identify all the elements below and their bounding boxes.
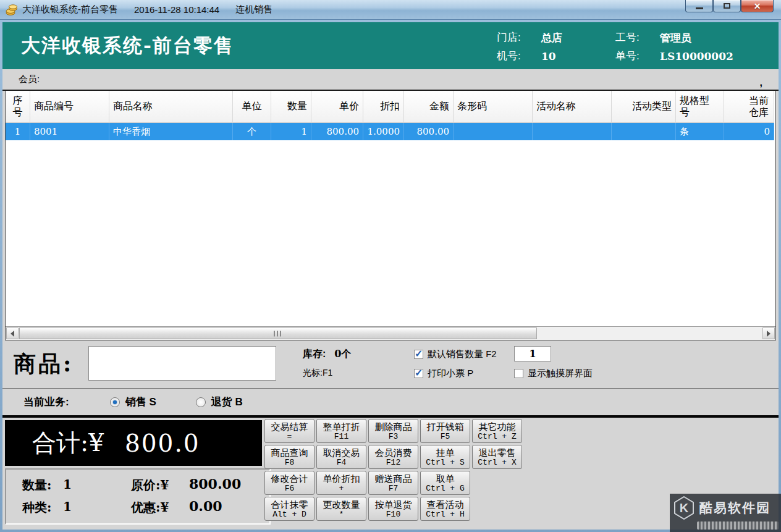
watermark-k-logo-icon: K xyxy=(673,496,694,520)
cell-activity-type xyxy=(612,123,676,140)
touch-ui-option[interactable]: 显示触摸屏界面 xyxy=(514,368,593,379)
kind-label: 种类: xyxy=(22,499,51,516)
operator-label: 工号: xyxy=(615,28,660,47)
discount-label: 优惠:¥ xyxy=(131,499,169,516)
col-spec: 规格型号 xyxy=(680,95,711,118)
coins-icon xyxy=(6,4,18,16)
business-label: 当前业务: xyxy=(23,395,69,409)
exit-retail-button[interactable]: 退出零售Ctrl + X xyxy=(472,445,522,469)
col-warehouse: 当前仓库 xyxy=(749,95,770,118)
whole-order-discount-button[interactable]: 整单打折F11 xyxy=(316,419,366,443)
scrollbar-grip-icon xyxy=(274,331,282,336)
modify-total-button[interactable]: 修改合计F6 xyxy=(264,471,315,495)
col-unit: 单位 xyxy=(242,101,262,112)
default-qty-option[interactable]: 默认销售数量 F2 xyxy=(414,348,497,360)
titlebar-datetime: 2016-11-28 10:14:44 xyxy=(134,4,219,15)
member-label: 会员: xyxy=(19,74,40,85)
product-label: 商品: xyxy=(14,349,74,379)
col-code: 商品编号 xyxy=(34,101,74,112)
cell-activity-name xyxy=(533,123,612,140)
return-by-order-button[interactable]: 按单退货F10 xyxy=(368,497,418,521)
sale-radio-option[interactable]: 销售 S xyxy=(110,395,156,409)
refund-radio-option[interactable]: 退货 B xyxy=(196,395,243,409)
col-activity-type: 活动类型 xyxy=(632,101,672,112)
open-drawer-button[interactable]: 打开钱箱F5 xyxy=(420,419,470,443)
col-activity-name: 活动名称 xyxy=(536,101,576,112)
sale-label: 销售 S xyxy=(125,395,156,409)
stock-info: 库存:0个 xyxy=(303,348,351,361)
refund-label: 退货 B xyxy=(211,395,243,409)
svg-text:K: K xyxy=(680,501,689,515)
kind-value: 1 xyxy=(63,499,72,514)
product-panel: 商品: 库存:0个 光标:F1 默认销售数量 F2 打印小票 P 显示触摸屏界面 xyxy=(2,340,779,389)
horizontal-scrollbar[interactable] xyxy=(6,326,775,340)
items-table: 序号 商品编号 商品名称 单位 数量 单价 折扣 金额 条形码 活动名称 活动类… xyxy=(5,91,776,340)
operator-value: 管理员 xyxy=(660,28,691,47)
member-row: 会员: , xyxy=(2,69,779,91)
refund-radio[interactable] xyxy=(196,397,206,407)
qty-label: 数量: xyxy=(22,477,51,494)
page-title: 大洋收银系统-前台零售 xyxy=(21,33,234,59)
summary-stats: 数量: 1 原价:¥ 800.00 种类: 1 优惠:¥ 0.00 xyxy=(5,468,271,525)
close-icon: ✕ xyxy=(754,2,761,11)
member-consume-button[interactable]: 会员消费F12 xyxy=(368,445,418,469)
cell-qty: 1 xyxy=(271,123,311,140)
close-button[interactable]: ✕ xyxy=(741,0,774,12)
touch-ui-checkbox[interactable] xyxy=(514,369,523,378)
arrow-left-icon xyxy=(11,331,14,337)
machine-label: 机号: xyxy=(497,47,541,65)
stock-value: 0个 xyxy=(334,348,351,360)
product-query-button[interactable]: 商品查询F8 xyxy=(264,445,315,469)
app-window: 大洋收银系统-前台零售 2016-11-28 10:14:44 连机销售 ✕ 大… xyxy=(0,0,781,532)
change-quantity-button[interactable]: 更改数量* xyxy=(316,497,366,521)
minimize-button[interactable] xyxy=(685,0,713,12)
col-discount: 折扣 xyxy=(380,101,400,112)
default-qty-checkbox[interactable] xyxy=(414,350,423,359)
table-row[interactable]: 1 8001 中华香烟 个 1 800.00 1.0000 800.00 条 0 xyxy=(6,123,775,140)
print-receipt-checkbox[interactable] xyxy=(414,369,423,378)
window-controls: ✕ xyxy=(685,0,774,12)
order-value: LS10000002 xyxy=(660,47,733,65)
col-seq: 序号 xyxy=(12,95,23,118)
unit-price-discount-button[interactable]: 单价折扣+ xyxy=(316,471,366,495)
scroll-right-button[interactable] xyxy=(762,327,775,339)
touch-ui-label: 显示触摸屏界面 xyxy=(528,368,593,379)
page-header: 大洋收银系统-前台零售 门店: 总店 工号: 管理员 机号: 10 单号: LS… xyxy=(2,22,779,69)
machine-value: 10 xyxy=(541,47,615,65)
gift-item-button[interactable]: 赠送商品F7 xyxy=(368,471,418,495)
default-qty-input[interactable] xyxy=(514,346,551,361)
round-off-total-button[interactable]: 合计抹零Alt + D xyxy=(264,497,315,521)
member-trailing-mark: , xyxy=(760,77,762,88)
table-empty-area xyxy=(6,140,775,326)
checkout-button[interactable]: 交易结算= xyxy=(264,419,315,443)
cell-amount: 800.00 xyxy=(404,123,454,140)
watermark-badge: K 酷易软件园 xyxy=(670,494,781,532)
sale-radio[interactable] xyxy=(110,397,120,407)
cell-code: 8001 xyxy=(30,123,109,140)
scroll-left-button[interactable] xyxy=(6,327,19,339)
table-header-row: 序号 商品编号 商品名称 单位 数量 单价 折扣 金额 条形码 活动名称 活动类… xyxy=(6,91,775,123)
total-display: 合计:¥ 800.0 xyxy=(5,420,262,466)
cell-unit: 个 xyxy=(233,123,271,140)
product-input[interactable] xyxy=(88,346,276,381)
cell-spec: 条 xyxy=(676,123,724,140)
stock-label: 库存: xyxy=(303,348,326,359)
function-button-grid: 交易结算= 整单打折F11 删除商品F3 打开钱箱F5 其它功能Ctrl + Z… xyxy=(264,419,522,521)
scrollbar-thumb[interactable] xyxy=(19,327,537,339)
other-functions-button[interactable]: 其它功能Ctrl + Z xyxy=(472,419,522,443)
session-info: 门店: 总店 工号: 管理员 机号: 10 单号: LS10000002 xyxy=(497,28,733,65)
col-price: 单价 xyxy=(339,101,359,112)
cancel-transaction-button[interactable]: 取消交易F4 xyxy=(316,445,366,469)
orig-price-label: 原价:¥ xyxy=(131,477,169,494)
order-label: 单号: xyxy=(615,47,660,65)
hold-order-button[interactable]: 挂单Ctrl + S xyxy=(420,445,470,469)
col-amount: 金额 xyxy=(429,101,449,112)
window-title: 大洋收银系统-前台零售 xyxy=(22,4,118,15)
main-content: 大洋收银系统-前台零售 门店: 总店 工号: 管理员 机号: 10 单号: LS… xyxy=(2,22,779,530)
maximize-button[interactable] xyxy=(713,0,741,12)
retrieve-order-button[interactable]: 取单Ctrl + G xyxy=(420,471,470,495)
cell-price: 800.00 xyxy=(311,123,363,140)
delete-item-button[interactable]: 删除商品F3 xyxy=(368,419,418,443)
print-receipt-option[interactable]: 打印小票 P xyxy=(414,368,473,379)
view-activity-button[interactable]: 查看活动Ctrl + H xyxy=(420,497,470,521)
